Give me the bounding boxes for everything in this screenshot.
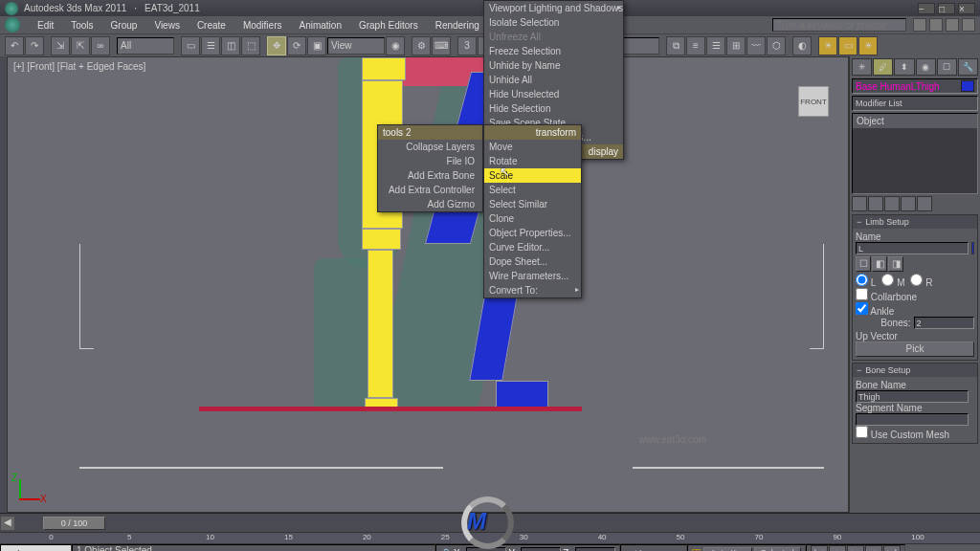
pin-stack-icon[interactable] [852, 196, 867, 211]
display-tab[interactable]: ☐ [937, 58, 957, 76]
qm-convert-to[interactable]: Convert To: [484, 283, 581, 298]
rendered-frame-button[interactable]: ▭ [838, 36, 858, 55]
qm-dope-sheet[interactable]: Dope Sheet... [484, 254, 581, 269]
redo-button[interactable]: ↷ [25, 36, 44, 55]
render-button[interactable]: ☀ [858, 36, 878, 55]
autokey-button[interactable]: Auto Key [703, 547, 752, 552]
star-icon[interactable] [946, 18, 959, 32]
goto-start-button[interactable]: |◀ [811, 545, 828, 552]
bones-count-input[interactable] [914, 317, 975, 329]
bind-button[interactable]: ∞ [91, 36, 110, 55]
prev-frame-button[interactable]: ◀ [1, 517, 14, 530]
window-crossing-button[interactable]: ⬚ [241, 36, 260, 55]
mirror-button[interactable]: ⧉ [666, 36, 685, 55]
qm-unfreeze[interactable]: Unfreeze All [484, 30, 623, 44]
qm-file-io[interactable]: File IO [378, 154, 482, 168]
pivot-button[interactable]: ◉ [386, 36, 405, 55]
motion-tab[interactable]: ◉ [916, 58, 936, 76]
scale-button[interactable]: ▣ [307, 36, 326, 55]
material-editor-button[interactable]: ◐ [792, 36, 812, 55]
modifier-list-combo[interactable]: Modifier List [852, 96, 978, 111]
qm-wire-params[interactable]: Wire Parameters... [484, 269, 581, 283]
configure-icon[interactable] [917, 196, 932, 211]
menu-rendering[interactable]: Rendering [428, 18, 487, 33]
qm-unhide-name[interactable]: Unhide by Name [484, 58, 623, 73]
radio-r[interactable]: R [910, 274, 932, 288]
selected-combo[interactable]: Selected [754, 547, 801, 552]
limb-color-swatch[interactable] [971, 242, 974, 254]
menu-modifiers[interactable]: Modifiers [235, 18, 290, 33]
qm-unhide-all[interactable]: Unhide All [484, 73, 623, 87]
qm-move[interactable]: Move [484, 140, 581, 154]
curve-editor-button[interactable]: 〰 [746, 36, 766, 55]
pick-button[interactable]: Pick [856, 342, 974, 357]
menu-create[interactable]: Create [189, 18, 234, 33]
object-name-field[interactable]: Base HumanLThigh [852, 78, 978, 94]
menu-views[interactable]: Views [146, 18, 188, 33]
icon-btn-2[interactable]: ◧ [872, 256, 887, 272]
collarbone-check[interactable]: Collarbone [856, 292, 917, 302]
ankle-check[interactable]: Ankle [856, 306, 894, 317]
qm-hide-unsel[interactable]: Hide Unselected [484, 87, 623, 101]
maxscript-mini[interactable]: Welcome to Ma [0, 544, 72, 551]
create-tab[interactable]: ✳ [852, 58, 872, 76]
unlink-button[interactable]: ⇱ [71, 36, 90, 55]
remove-mod-icon[interactable] [901, 196, 916, 211]
help-search-input[interactable] [772, 18, 906, 32]
info-icon[interactable] [962, 18, 975, 32]
qm-freeze[interactable]: Freeze Selection [484, 44, 623, 58]
menu-tools[interactable]: Tools [63, 18, 100, 33]
y-coord-input[interactable] [521, 547, 561, 552]
next-key-button[interactable]: ▶▶ [865, 545, 882, 552]
hierarchy-tab[interactable]: ⬍ [894, 58, 914, 76]
icon-btn-3[interactable]: ◨ [888, 256, 903, 272]
radio-l[interactable]: L [856, 274, 876, 288]
utilities-tab[interactable]: 🔧 [958, 58, 978, 76]
menu-group[interactable]: Group [103, 18, 145, 33]
goto-end-button[interactable]: ▶| [883, 545, 901, 552]
icon-btn-1[interactable]: ☐ [856, 256, 871, 272]
undo-button[interactable]: ↶ [5, 36, 24, 55]
select-rect-button[interactable]: ◫ [221, 36, 240, 55]
qm-hide-sel[interactable]: Hide Selection [484, 101, 623, 116]
link-button[interactable]: ⇲ [51, 36, 70, 55]
menu-animation[interactable]: Animation [291, 18, 348, 33]
stack-object-entry[interactable]: Object [853, 114, 977, 128]
qm-collapse-layers[interactable]: Collapse Layers [378, 140, 482, 154]
prev-key-button[interactable]: ◀◀ [829, 545, 846, 552]
show-end-icon[interactable] [868, 196, 883, 211]
play-button[interactable]: ▶ [847, 545, 864, 552]
select-button[interactable]: ▭ [181, 36, 200, 55]
custom-mesh-check[interactable]: Use Custom Mesh [856, 430, 949, 440]
maximize-button[interactable]: □ [938, 3, 955, 14]
keymode-button[interactable]: ⌨ [432, 36, 451, 55]
rotate-button[interactable]: ⟳ [287, 36, 306, 55]
radio-m[interactable]: M [881, 274, 904, 288]
move-button[interactable]: ✥ [267, 36, 286, 55]
gt-button[interactable]: ⊞ [726, 36, 746, 55]
qm-add-extra-bone[interactable]: Add Extra Bone [378, 168, 482, 183]
limb-name-input[interactable] [856, 242, 969, 254]
align-button[interactable]: ≡ [686, 36, 705, 55]
bone-setup-header[interactable]: Bone Setup [853, 364, 977, 377]
qm-select[interactable]: Select [484, 183, 581, 197]
segment-name-input[interactable] [856, 413, 969, 426]
select-name-button[interactable]: ☰ [201, 36, 220, 55]
app-menu-icon[interactable] [5, 17, 20, 33]
qm-add-extra-controller[interactable]: Add Extra Controller [378, 183, 482, 197]
modify-tab[interactable]: 🖊 [873, 58, 893, 76]
snap-button[interactable]: 3 [457, 36, 477, 55]
menu-edit[interactable]: Edit [30, 18, 61, 33]
bone-name-input[interactable] [856, 390, 969, 403]
limb-setup-header[interactable]: Limb Setup [853, 215, 977, 229]
minimize-button[interactable]: − [918, 3, 935, 14]
layers-button[interactable]: ☰ [706, 36, 725, 55]
modifier-stack[interactable]: Object [852, 113, 978, 194]
close-button[interactable]: × [958, 3, 975, 14]
help-icon[interactable] [913, 18, 926, 32]
unique-icon[interactable] [884, 196, 900, 211]
ref-coord-combo[interactable]: View [327, 37, 385, 55]
comm-icon[interactable] [929, 18, 943, 32]
manip-button[interactable]: ⚙ [412, 36, 431, 55]
qm-curve-editor[interactable]: Curve Editor... [484, 240, 581, 254]
